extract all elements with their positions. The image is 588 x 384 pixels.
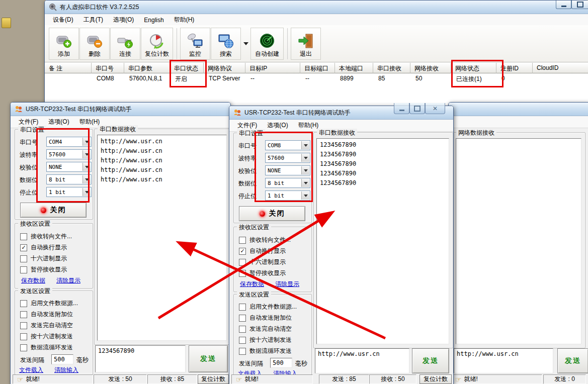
checkbox-recv-to-file[interactable]: 接收转向文件... [20, 232, 72, 241]
toolbar-delete-button[interactable]: 删除 [79, 28, 110, 60]
checkbox-pause-recv[interactable]: 暂停接收显示 [239, 269, 286, 277]
menu-device[interactable]: 设备(D) [48, 14, 78, 26]
stop-bits-select[interactable]: 1 bit [46, 187, 92, 197]
checkbox-hex-send[interactable]: 按十六进制发送 [20, 332, 73, 341]
vcom-titlebar[interactable]: 有人虚拟串口软件 V3.7.2.525 [45, 1, 588, 14]
toolbar-monitor-button[interactable]: 监控 [180, 28, 210, 60]
minimize-button[interactable] [556, 1, 571, 9]
status-ready: ☞ 就绪! [13, 374, 93, 384]
dropdown-arrow-icon[interactable] [82, 188, 91, 196]
checkbox-auto-wrap[interactable]: ✓自动换行显示 [20, 243, 67, 252]
toolbar-connect-button[interactable]: 连接 [110, 28, 140, 60]
dropdown-arrow-icon[interactable] [301, 166, 309, 174]
toolbar-search-button[interactable]: 搜索 [211, 28, 241, 60]
reset-count-button[interactable]: 复位计数 [198, 374, 229, 384]
checkbox-hex-display[interactable]: 十六进制显示 [239, 258, 286, 266]
menu-english[interactable]: English [139, 15, 169, 25]
toolbar-auto-create-button[interactable]: 自动创建 [250, 28, 284, 60]
checkbox-recv-to-file[interactable]: 接收转向文件... [239, 236, 291, 244]
checkbox-clear-after-send[interactable]: 发送完自动清空 [239, 325, 292, 333]
stop-bits-select[interactable]: 1 bit [265, 190, 310, 201]
send-button[interactable]: 发送 [412, 348, 449, 373]
background-window-close-button[interactable]: ✕ [425, 103, 445, 114]
clear-display-link[interactable]: 清除显示 [275, 280, 299, 289]
col-com-rx[interactable]: 串口接收 [373, 63, 410, 73]
menu-help[interactable]: 帮助(H) [169, 14, 200, 26]
col-net-rx[interactable]: 网络接收 [410, 63, 451, 73]
checkbox-loop-send[interactable]: 数据流循环发送 [20, 343, 73, 352]
col-target-ip[interactable]: 目标IP [245, 63, 300, 73]
dropdown-arrow-icon[interactable] [82, 163, 91, 171]
checkbox-hex-send[interactable]: 按十六进制发送 [239, 336, 292, 344]
checkbox-pause-recv[interactable]: 暂停接收显示 [20, 265, 67, 274]
network-send-input[interactable]: http://www.usr.cn [454, 348, 553, 373]
baud-rate-select[interactable]: 57600 [265, 153, 310, 163]
col-net-state[interactable]: 网络状态 [451, 63, 496, 73]
save-data-link[interactable]: 保存数据 [21, 276, 45, 285]
checkbox-auto-append[interactable]: 自动发送附加位 [20, 310, 73, 319]
load-file-link[interactable]: 文件载入 [19, 366, 43, 374]
background-window-minimize-button[interactable] [394, 103, 409, 114]
checkbox-file-source[interactable]: 启用文件数据源... [20, 299, 78, 308]
table-row[interactable]: COM8 57600,N,8,1 开启 TCP Server -- -- 889… [45, 73, 588, 83]
data-bits-select[interactable]: 8 bit [265, 178, 310, 188]
send-interval-input[interactable]: 500 [270, 358, 292, 368]
checkbox-file-source[interactable]: 启用文件数据源... [239, 303, 297, 311]
col-reg-id[interactable]: 注册ID [496, 63, 533, 73]
col-cloud-id[interactable]: CloudID [533, 63, 588, 73]
close-port-button[interactable]: 关闭 [239, 206, 305, 221]
data-bits-select[interactable]: 8 bit [46, 174, 92, 184]
serial-rx-area[interactable]: http://www.usr.cn http://www.usr.cn http… [97, 135, 227, 341]
save-data-link[interactable]: 保存数据 [240, 280, 264, 289]
send-input[interactable]: 1234567890 [95, 345, 186, 372]
clear-display-link[interactable]: 清除显示 [56, 276, 80, 285]
col-remark[interactable]: 备 注 [45, 63, 92, 73]
toolbar-exit-button[interactable]: 退出 [291, 28, 321, 60]
checkbox-hex-display[interactable]: 十六进制显示 [20, 254, 67, 263]
close-port-button[interactable]: 关闭 [20, 203, 87, 218]
col-com-state[interactable]: 串口状态 [170, 63, 204, 73]
col-net-protocol[interactable]: 网络协议 [204, 63, 245, 73]
network-rx-area[interactable] [456, 138, 581, 344]
dropdown-arrow-icon[interactable] [301, 141, 309, 149]
dropdown-arrow-icon[interactable] [301, 179, 309, 187]
dropdown-arrow-icon[interactable] [82, 175, 91, 183]
menu-options[interactable]: 选项(O) [43, 116, 74, 128]
menu-tools[interactable]: 工具(T) [78, 14, 108, 26]
parity-select[interactable]: NONE [265, 165, 310, 175]
com-port-select[interactable]: COM4 [46, 137, 92, 147]
send-input[interactable]: http://www.usr.cn [315, 348, 409, 373]
search-dropdown-arrow[interactable] [243, 42, 248, 45]
parity-select[interactable]: NONE [46, 162, 92, 172]
col-com-port[interactable]: 串口号 [92, 63, 124, 73]
toolbar-add-button[interactable]: 添加 [49, 28, 79, 60]
serial-rx-area[interactable]: 1234567890 1234567890 1234567890 1234567… [316, 138, 449, 344]
clear-input-link[interactable]: 清除输入 [54, 366, 78, 374]
menu-options[interactable]: 选项(O) [108, 14, 139, 26]
dropdown-arrow-icon[interactable] [82, 138, 91, 146]
reset-count-button[interactable]: 复位计数 [419, 374, 452, 384]
send-interval-input[interactable]: 500 [51, 354, 73, 364]
recv-settings-group: 接收区设置 接收转向文件... ✓自动换行显示 十六进制显示 暂停接收显示 保存… [233, 227, 312, 292]
baud-rate-select[interactable]: 57600 [46, 149, 92, 159]
col-target-port[interactable]: 目标端口 [300, 63, 335, 73]
col-local-port[interactable]: 本地端口 [335, 63, 373, 73]
left-titlebar[interactable]: USR-TCP232-Test 串口转网络调试助手 [11, 103, 230, 116]
dropdown-arrow-icon[interactable] [82, 150, 91, 158]
checkbox-clear-after-send[interactable]: 发送完自动清空 [20, 321, 73, 330]
network-send-button[interactable]: 发送 [557, 348, 588, 373]
dropdown-arrow-icon[interactable] [301, 154, 309, 162]
toolbar-reset-count-button[interactable]: 复位计数 [141, 28, 173, 60]
com-port-select[interactable]: COM8 [265, 140, 310, 150]
maximize-button[interactable] [571, 1, 588, 9]
background-window-maximize-button[interactable] [409, 103, 425, 114]
checkbox-loop-send[interactable]: 数据流循环发送 [239, 347, 292, 355]
network-titlebar[interactable] [449, 103, 588, 116]
menu-options[interactable]: 选项(O) [262, 120, 293, 131]
col-com-params[interactable]: 串口参数 [124, 63, 170, 73]
dropdown-arrow-icon[interactable] [301, 191, 309, 200]
send-button[interactable]: 发送 [189, 345, 228, 372]
desktop-icon[interactable] [2, 18, 11, 28]
checkbox-auto-append[interactable]: 自动发送附加位 [239, 314, 292, 322]
checkbox-auto-wrap[interactable]: ✓自动换行显示 [239, 247, 286, 255]
